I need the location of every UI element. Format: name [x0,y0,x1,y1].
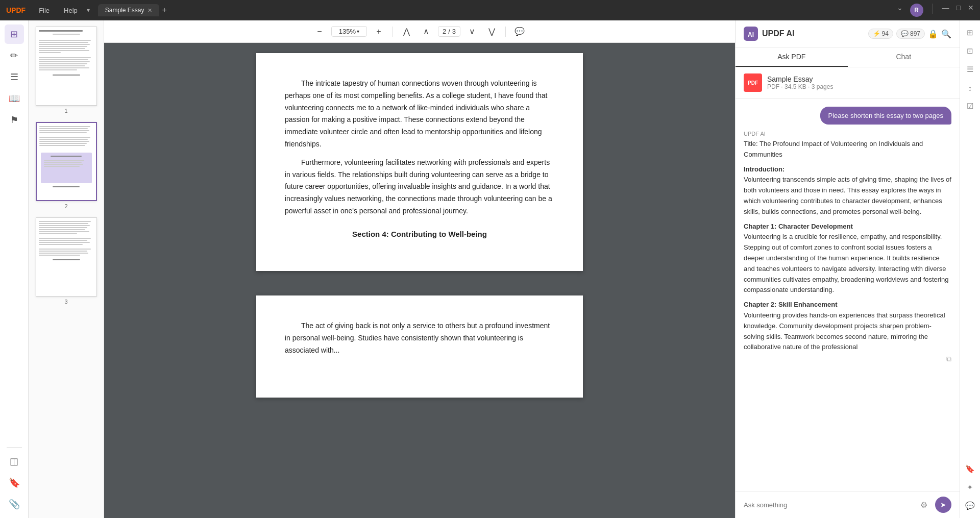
chapter2-text: Volunteering provides hands-on experienc… [744,310,951,353]
next-page-button[interactable]: ∨ [464,24,480,39]
right-icon-1[interactable]: ⊞ [962,24,978,41]
ai-tool-icon[interactable]: ⚙ [917,498,931,512]
tab-chat[interactable]: Chat [848,47,960,67]
last-page-button[interactable]: ⋁ [484,24,499,39]
pdf-viewer: − 135% ▾ + ⋀ ∧ 2 / 3 ∨ ⋁ 💬 The intricate… [104,20,735,518]
paragraph-3: The act of giving back is not only a ser… [285,320,554,356]
ai-file-details: Sample Essay PDF · 34.5 KB · 3 pages [767,75,951,90]
tab-ask-pdf[interactable]: Ask PDF [736,47,848,67]
updf-ai-logo: AI [744,27,758,41]
user-avatar: R [910,4,923,17]
zoom-display[interactable]: 135% ▾ [331,26,367,37]
page-break [256,279,583,287]
right-icons-panel: ⊞ ⊡ ☰ ↕ ☑ 🔖 ✦ 💬 [960,20,980,518]
first-page-button[interactable]: ⋀ [399,24,414,39]
toolbar-list-icon[interactable]: ☰ [5,67,24,87]
toolbar-book-icon[interactable]: 📖 [5,89,24,108]
ai-input-field[interactable] [744,501,913,509]
toolbar-paperclip-icon[interactable]: 📎 [5,495,24,514]
chapter2-label: Chapter 2: Skill Enhancement [744,300,951,310]
pdf-content[interactable]: The intricate tapestry of human connecti… [104,43,735,518]
tab-close-button[interactable]: ✕ [148,7,152,14]
right-icon-3[interactable]: ☰ [962,61,978,78]
menu-file[interactable]: File [34,7,55,14]
paragraph-2: Furthermore, volunteering facilitates ne… [285,157,554,217]
zoom-out-button[interactable]: − [312,24,327,39]
zoom-level: 135% [339,28,356,35]
new-tab-button[interactable]: + [162,6,167,15]
tab-area: Sample Essay ✕ + [98,4,893,16]
svg-text:AI: AI [748,31,754,38]
thumbnail-3[interactable]: 3 [36,217,97,305]
lock-icon: 🔒 [928,29,938,39]
credits-badge: ⚡ 94 [868,29,893,39]
current-page[interactable]: 2 [443,28,446,35]
toolbar-flag-icon[interactable]: ⚑ [5,110,24,130]
right-icon-6[interactable]: 🔖 [962,461,978,477]
dropdown-arrow-2[interactable]: ⌄ [897,4,903,17]
pdf-toolbar: − 135% ▾ + ⋀ ∧ 2 / 3 ∨ ⋁ 💬 [104,20,735,43]
chapter1-label: Chapter 1: Character Development [744,221,951,232]
toolbar-grid-icon[interactable]: ⊞ [5,24,24,44]
maximize-button[interactable]: □ [957,4,961,17]
thumb-num-2: 2 [64,203,67,209]
search-icon[interactable]: 🔍 [941,29,951,39]
zoom-in-button[interactable]: + [371,24,386,39]
tab-sample-essay[interactable]: Sample Essay ✕ [98,4,159,16]
title-bar: UPDF File Help ▾ Sample Essay ✕ + ⌄ R — … [0,0,980,20]
main-layout: ⊞ ✏ ☰ 📖 ⚑ ◫ 🔖 📎 [0,20,980,518]
response-intro-text: Volunteering transcends simple acts of g… [744,175,951,217]
thumbnail-2[interactable]: 2 [36,122,97,209]
right-icon-5[interactable]: ☑ [962,98,978,114]
pdf-file-icon: PDF [744,73,762,92]
right-icon-7[interactable]: ✦ [962,479,978,496]
pdf-page-3: The act of giving back is not only a ser… [256,295,583,398]
app-logo: UPDF [6,6,26,14]
ai-file-name: Sample Essay [767,75,951,83]
comment-button[interactable]: 💬 [512,24,527,39]
ai-send-button[interactable]: ➤ [935,497,951,513]
toolbar-bookmark-icon[interactable]: 🔖 [5,473,24,492]
total-pages: 3 [452,28,456,35]
zoom-dropdown-arrow: ▾ [357,29,359,34]
chapter1-text: Volunteering is a crucible for resilienc… [744,232,951,295]
thumb-num-3: 3 [64,299,67,305]
ai-header: AI UPDF AI ⚡ 94 💬 897 🔒 🔍 [736,20,960,47]
title-label: Title: [744,140,758,147]
credits-value: 94 [882,30,889,37]
minimize-button[interactable]: — [942,4,949,17]
right-icon-2[interactable]: ⊡ [962,43,978,59]
toolbar-divider [7,447,22,448]
page-navigation: 2 / 3 [438,26,460,37]
response-intro-label: Introduction: [744,164,951,175]
page-separator: / [448,28,450,35]
toolbar-separator [393,27,393,37]
menu-help[interactable]: Help [59,7,83,14]
right-icon-4[interactable]: ↕ [962,80,978,96]
ai-response-container: UPDF AI Title: The Profound Impact of Vo… [744,131,951,353]
ai-tab-row: Ask PDF Chat [736,47,960,67]
title-value: The Profound Impact of Volunteering on I… [744,140,923,158]
toolbar-pen-icon[interactable]: ✏ [5,46,24,65]
left-toolbar: ⊞ ✏ ☰ 📖 ⚑ ◫ 🔖 📎 [0,20,29,518]
credits-icon: ⚡ [873,30,880,37]
thumb-num-1: 1 [64,108,67,114]
user-message: Please shorten this essay to two pages [820,107,951,125]
prev-page-button[interactable]: ∧ [419,24,434,39]
section-4-title: Section 4: Contributing to Well-being [285,228,554,241]
ai-chat-area[interactable]: Please shorten this essay to two pages U… [736,98,960,491]
ai-input-area: ⚙ ➤ [736,491,960,518]
window-controls: ⌄ R — □ ✕ [897,4,974,17]
thumbnail-panel: 1 [29,20,104,518]
menu-dropdown-arrow[interactable]: ▾ [87,7,90,14]
right-icon-8[interactable]: 💬 [962,498,978,514]
ai-file-info: PDF Sample Essay PDF · 34.5 KB · 3 pages [736,67,960,98]
close-button[interactable]: ✕ [968,4,974,17]
copy-icon[interactable]: ⧉ [946,355,951,363]
toolbar-layers-icon[interactable]: ◫ [5,452,24,471]
ai-file-meta: PDF · 34.5 KB · 3 pages [767,83,951,90]
ai-message: Title: The Profound Impact of Volunteeri… [744,139,951,353]
thumbnail-1[interactable]: 1 [36,27,97,114]
divider [933,4,933,14]
tokens-value: 897 [910,30,920,37]
